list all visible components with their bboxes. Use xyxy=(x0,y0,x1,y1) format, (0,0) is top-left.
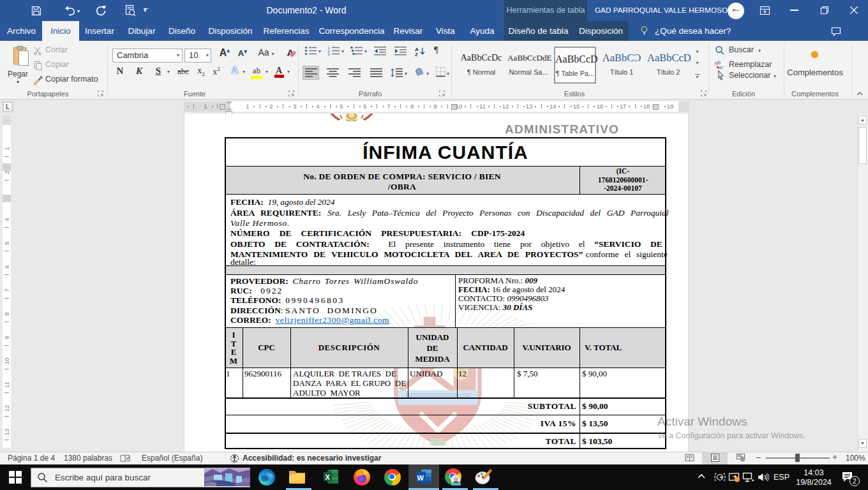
svg-text:W: W xyxy=(417,474,424,482)
svg-text:3: 3 xyxy=(328,52,330,56)
svg-text:Z: Z xyxy=(415,52,418,57)
svg-text:ac: ac xyxy=(718,64,724,70)
svg-text:X: X xyxy=(326,473,331,481)
